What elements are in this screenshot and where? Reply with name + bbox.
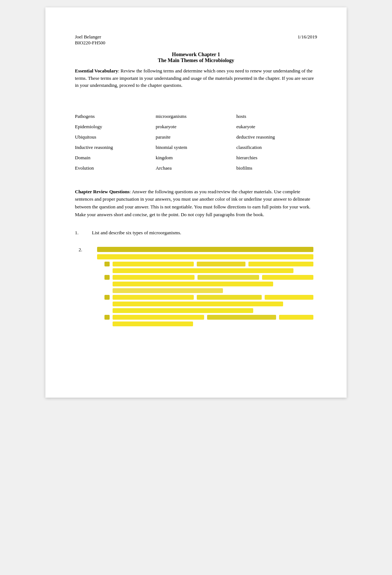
sub-bullet-row [104,295,313,300]
vocab-term: eukaryote [236,122,317,132]
sub-bullet-row [104,315,313,320]
answer-section: 2. [97,247,313,326]
question-item-1: 1. List and describe six types of microo… [75,230,317,236]
question-section: 1. List and describe six types of microo… [75,230,317,236]
vocab-term: Evolution [75,163,156,173]
vocab-term: Domain [75,153,156,163]
vocab-term: Archaea [156,163,237,173]
title-section: Homework Chapter 1 The Main Themes of Mi… [75,52,317,64]
vocab-term: microorganisms [156,111,237,122]
essential-vocab-section: Essential Vocabulary: Review the followi… [75,67,317,89]
vocab-term: Pathogens [75,111,156,122]
student-name: Joel Belanger [75,34,105,40]
vocab-term: classification [236,142,317,153]
sub-title: The Main Themes of Microbiology [75,58,317,64]
vocab-term: hierarchies [236,153,317,163]
sub-answer-1 [104,262,313,273]
vocab-term: parasite [156,132,237,142]
main-title: Homework Chapter 1 [75,52,317,58]
vocab-term: Ubiquitous [75,132,156,142]
vocab-col1: Pathogens Epidemiology Ubiquitous Induct… [75,111,156,173]
vocab-term: Inductive reasoning [75,142,156,153]
header-left: Joel Belanger BIO220-FH500 [75,34,105,46]
question-text-1: List and describe six types of microorga… [92,230,317,236]
vocab-grid: Pathogens Epidemiology Ubiquitous Induct… [75,111,317,173]
question-number-1: 1. [75,230,86,236]
vocab-term: prokaryote [156,122,237,132]
course-code: BIO220-FH500 [75,40,105,46]
vocab-col2: microorganisms prokaryote parasite binom… [156,111,237,173]
header-date: 1/16/2019 [298,34,317,46]
sub-bullet-row [104,262,313,266]
vocab-term: Epidemiology [75,122,156,132]
chapter-review-label: Chapter Review Questions [75,189,130,194]
essential-vocab-label: Essential Vocabulary [75,68,118,74]
sub-answer-3 [104,295,313,313]
chapter-review-section: Chapter Review Questions: Answer the fol… [75,188,317,219]
vocab-term: biofilms [236,163,317,173]
sub-answer-4 [104,315,313,326]
header: Joel Belanger BIO220-FH500 1/16/2019 [75,34,317,46]
vocab-term: kingdom [156,153,237,163]
document-page: Joel Belanger BIO220-FH500 1/16/2019 Hom… [45,7,347,398]
vocab-term: deductive reasoning [236,132,317,142]
vocab-term: hosts [236,111,317,122]
sub-answer-2 [104,275,313,293]
vocab-term: binomial system [156,142,237,153]
vocab-col3: hosts eukaryote deductive reasoning clas… [236,111,317,173]
answer-number: 2. [79,247,82,253]
sub-bullet-row [104,275,313,280]
